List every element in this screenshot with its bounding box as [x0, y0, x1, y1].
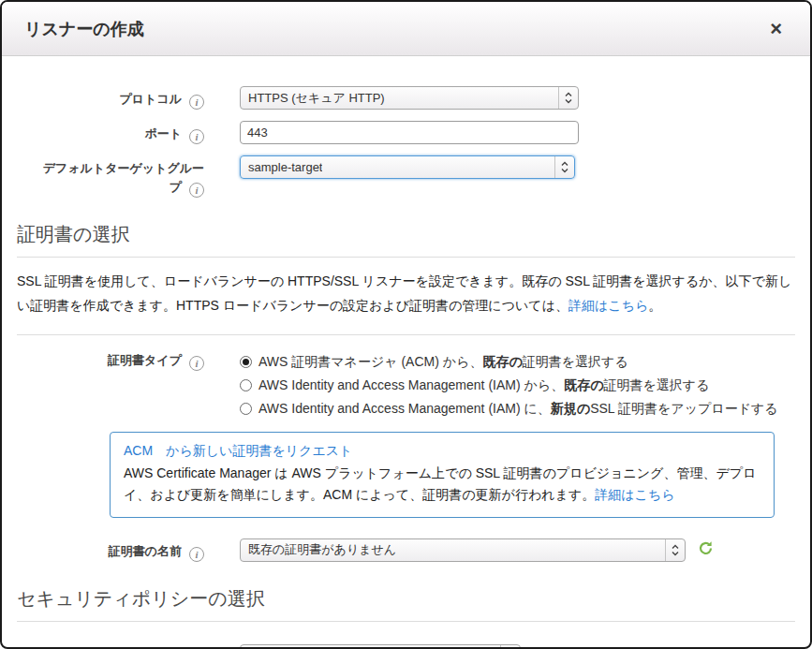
stepper-icon: [500, 645, 520, 649]
security-policy-row: セキュリティポリシーi ELBSecurityPolicy-2015-05: [17, 644, 795, 649]
option-text: AWS Identity and Access Management (IAM)…: [258, 377, 564, 392]
protocol-label: プロトコル: [119, 92, 182, 106]
certificate-section-description: SSL 証明書を使用して、ロードバランサーの HTTPS/SSL リスナーを設定…: [17, 270, 795, 318]
create-listener-dialog: リスナーの作成 × プロトコルi HTTPS (セキュア HTTP) ポートi: [0, 0, 812, 649]
acm-learn-more-link[interactable]: 詳細はこちら: [595, 487, 674, 502]
option-text: AWS Identity and Access Management (IAM)…: [258, 401, 551, 416]
refresh-icon[interactable]: [698, 540, 714, 559]
stepper-icon: [558, 87, 578, 109]
security-policy-label-cell: セキュリティポリシーi: [17, 644, 204, 649]
stepper-icon: [665, 539, 685, 561]
option-text: 証明書を選択する: [523, 354, 628, 369]
target-group-field-cell: sample-target: [240, 155, 575, 198]
option-text-bold: 既存の: [564, 377, 603, 392]
port-label-cell: ポートi: [17, 121, 204, 144]
option-text: AWS 証明書マネージャ (ACM) から、: [258, 354, 482, 369]
cert-type-option-iam-upload[interactable]: AWS Identity and Access Management (IAM)…: [240, 397, 778, 420]
option-text-bold: 新規の: [551, 401, 590, 416]
acm-info-box: ACM から新しい証明書をリクエスト AWS Certificate Manag…: [110, 432, 775, 518]
learn-more-link[interactable]: 詳細はこちら: [568, 298, 648, 313]
cert-type-options: AWS 証明書マネージャ (ACM) から、既存の証明書を選択する AWS Id…: [240, 347, 778, 420]
cert-type-label-cell: 証明書タイプi: [17, 347, 204, 420]
acm-request-certificate-link[interactable]: ACM から新しい証明書をリクエスト: [124, 440, 352, 462]
info-icon[interactable]: i: [189, 356, 204, 371]
dialog-body: プロトコルi HTTPS (セキュア HTTP) ポートi: [2, 56, 810, 649]
protocol-select[interactable]: HTTPS (セキュア HTTP): [240, 86, 579, 110]
security-policy-section-heading: セキュリティポリシーの選択: [17, 586, 795, 622]
cert-type-row: 証明書タイプi AWS 証明書マネージャ (ACM) から、既存の証明書を選択す…: [17, 347, 795, 420]
protocol-select-value: HTTPS (セキュア HTTP): [248, 90, 385, 107]
certificate-section-heading: 証明書の選択: [17, 222, 795, 258]
close-icon[interactable]: ×: [764, 17, 788, 41]
target-group-select[interactable]: sample-target: [240, 155, 575, 179]
cert-name-select[interactable]: 既存の証明書がありません: [240, 538, 686, 562]
security-policy-select[interactable]: ELBSecurityPolicy-2015-05: [240, 644, 521, 649]
target-group-label-cell: デフォルトターゲットグループi: [17, 155, 204, 198]
cert-name-select-value: 既存の証明書がありません: [248, 541, 396, 558]
cert-type-option-iam-existing[interactable]: AWS Identity and Access Management (IAM)…: [240, 374, 778, 397]
radio-button[interactable]: [240, 403, 252, 415]
divider: [17, 334, 795, 335]
port-label: ポート: [144, 126, 182, 140]
option-text-bold: 既存の: [482, 354, 522, 369]
protocol-label-cell: プロトコルi: [17, 86, 204, 110]
port-field-cell: [240, 121, 579, 144]
cert-name-label: 証明書の名前: [109, 544, 182, 558]
protocol-field-cell: HTTPS (セキュア HTTP): [240, 86, 579, 110]
cert-type-label: 証明書タイプ: [108, 353, 182, 367]
protocol-row: プロトコルi HTTPS (セキュア HTTP): [17, 86, 795, 110]
description-suffix: 。: [648, 298, 661, 313]
dialog-title: リスナーの作成: [24, 18, 144, 40]
info-icon[interactable]: i: [189, 129, 204, 144]
info-icon[interactable]: i: [189, 183, 204, 198]
cert-name-row: 証明書の名前i 既存の証明書がありません: [17, 538, 795, 562]
port-row: ポートi: [17, 121, 795, 144]
radio-button[interactable]: [240, 379, 252, 391]
radio-button[interactable]: [240, 356, 252, 368]
info-icon[interactable]: i: [189, 547, 204, 562]
cert-type-option-acm-existing[interactable]: AWS 証明書マネージャ (ACM) から、既存の証明書を選択する: [240, 350, 778, 374]
info-icon[interactable]: i: [189, 95, 204, 110]
port-input[interactable]: [240, 121, 579, 144]
cert-name-field-cell: 既存の証明書がありません: [240, 538, 714, 562]
option-text: SSL 証明書をアップロードする: [590, 401, 777, 416]
option-text: 証明書を選択する: [603, 377, 709, 392]
target-group-label: デフォルトターゲットグループ: [43, 161, 204, 194]
target-group-row: デフォルトターゲットグループi sample-target: [17, 155, 795, 198]
security-policy-field-cell: ELBSecurityPolicy-2015-05: [240, 644, 521, 649]
target-group-select-value: sample-target: [248, 160, 322, 174]
description-text: SSL 証明書を使用して、ロードバランサーの HTTPS/SSL リスナーを設定…: [17, 273, 791, 313]
cert-name-label-cell: 証明書の名前i: [17, 538, 204, 562]
stepper-icon: [554, 156, 574, 178]
dialog-header: リスナーの作成 ×: [2, 2, 810, 56]
